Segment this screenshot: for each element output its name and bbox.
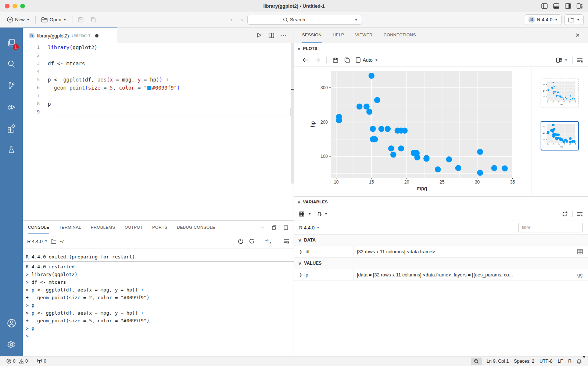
save-all-button[interactable] xyxy=(88,15,99,24)
toggle-panel-icon[interactable] xyxy=(553,3,559,9)
problems-status-button[interactable]: 0 0 xyxy=(4,356,31,366)
editor-tab[interactable]: R library(ggplot2) Untitled-1 xyxy=(23,28,117,43)
toggle-secondary-sidebar-icon[interactable] xyxy=(564,3,571,9)
run-debug-icon[interactable] xyxy=(3,97,20,116)
plots-section-header[interactable]: ∨ PLOTS xyxy=(294,43,588,54)
navigate-forward-button[interactable]: › xyxy=(237,17,247,23)
console-runtime-selector[interactable]: R 4.4.0 ▼ xyxy=(27,239,48,244)
variables-runtime-selector[interactable]: R 4.4.0 ▼ xyxy=(299,225,320,231)
save-plot-button[interactable] xyxy=(333,57,338,63)
restore-panel-icon[interactable] xyxy=(272,225,277,230)
code-line-2[interactable]: 2 xyxy=(23,51,294,59)
next-plot-button[interactable] xyxy=(314,57,320,63)
code-line-5[interactable]: 5p <- ggplot(df, aes(x = mpg, y = hp)) + xyxy=(23,76,294,84)
clear-console-button[interactable] xyxy=(283,239,289,244)
restart-console-button[interactable] xyxy=(249,238,255,244)
values-group-header[interactable]: ∨ VALUES xyxy=(294,258,588,269)
tab-ports[interactable]: PORTS xyxy=(152,221,167,234)
copy-plot-button[interactable] xyxy=(344,57,350,63)
new-button[interactable]: New ▼ xyxy=(4,15,32,24)
data-group-header[interactable]: ∨ DATA xyxy=(294,235,588,246)
search-sidebar-icon[interactable] xyxy=(3,55,20,74)
data-point xyxy=(356,104,362,109)
account-icon[interactable] xyxy=(3,314,20,333)
variable-row-p[interactable]: ❯ p [data = [32 rows x 11 columns] <data… xyxy=(294,269,588,281)
plot-sizing-policy-selector[interactable]: Auto ▼ xyxy=(356,57,378,63)
console-restart-divider xyxy=(23,261,294,262)
more-actions-button[interactable]: ⋯ xyxy=(281,32,287,39)
console-output[interactable]: R 4.4.0 exited (preparing for restart)R … xyxy=(23,248,294,356)
code-line-8[interactable]: 8p xyxy=(23,100,294,108)
navigate-back-button[interactable]: ‹ xyxy=(226,17,237,23)
minimize-window-button[interactable] xyxy=(12,4,17,8)
plot-thumbnail-1[interactable]: 101520253035100200300mpghp xyxy=(541,79,579,108)
clear-variables-button[interactable] xyxy=(577,211,583,217)
tab-problems[interactable]: PROBLEMS xyxy=(91,221,115,234)
global-search-input[interactable]: Search ▼ xyxy=(247,15,362,25)
data-point xyxy=(560,95,561,97)
code-line-9[interactable]: 9 xyxy=(23,108,294,116)
interpreter-selector[interactable]: R R 4.4.0 ▼ xyxy=(525,14,562,25)
customize-layout-icon[interactable] xyxy=(576,3,583,9)
variables-section-header[interactable]: ∨ VARIABLES xyxy=(294,197,588,207)
tab-output[interactable]: OUTPUT xyxy=(125,221,143,234)
refresh-variables-button[interactable] xyxy=(562,211,568,217)
tab-terminal[interactable]: TERMINAL xyxy=(59,221,81,234)
data-point xyxy=(570,99,571,100)
workspace-selector[interactable]: ▼ xyxy=(564,14,584,25)
modified-dot-icon[interactable] xyxy=(95,34,98,37)
encoding-button[interactable]: UTF-8 xyxy=(537,356,555,366)
chevron-right-icon[interactable]: ❯ xyxy=(299,273,302,277)
plot-history-layout-button[interactable]: ▼ xyxy=(556,57,568,63)
toggle-sidebar-icon[interactable] xyxy=(541,3,548,9)
settings-gear-icon[interactable] xyxy=(3,335,20,354)
testing-icon[interactable] xyxy=(3,140,20,159)
tab-debug-console[interactable]: DEBUG CONSOLE xyxy=(177,221,215,234)
close-panel-icon[interactable]: ✕ xyxy=(575,32,580,39)
console-line: > p xyxy=(26,325,294,332)
open-data-viewer-icon[interactable] xyxy=(572,249,588,254)
eol-button[interactable]: LF xyxy=(555,356,566,366)
zoom-window-button[interactable] xyxy=(20,4,25,8)
variables-view-mode-button[interactable]: ▼ xyxy=(299,211,311,217)
code-line-1[interactable]: 1library(ggplot2) xyxy=(23,43,294,51)
language-mode-button[interactable]: R xyxy=(566,356,574,366)
data-point xyxy=(557,95,558,96)
indentation-button[interactable]: Spaces: 2 xyxy=(511,356,537,366)
maximize-panel-icon[interactable] xyxy=(283,225,288,230)
code-line-3[interactable]: 3df <- mtcars xyxy=(23,59,294,68)
previous-plot-button[interactable] xyxy=(302,57,308,63)
notifications-bell-icon[interactable] xyxy=(574,356,584,366)
variables-filter-input[interactable] xyxy=(518,223,583,232)
save-button[interactable] xyxy=(75,15,86,24)
code-line-4[interactable]: 4 xyxy=(23,68,294,76)
color-swatch-icon[interactable] xyxy=(147,86,151,90)
run-file-button[interactable] xyxy=(257,32,262,38)
zoom-status-button[interactable] xyxy=(471,358,482,365)
cursor-position-button[interactable]: Ln 9, Col 1 xyxy=(484,356,511,366)
tab-help[interactable]: HELP xyxy=(333,28,344,43)
code-line-6[interactable]: 6 geom_point(size = 5, color = "#0099f9"… xyxy=(23,84,294,92)
plot-thumbnail-2-selected[interactable]: 101520253035100200300mpghp xyxy=(541,121,579,151)
word-wrap-button[interactable]: ab xyxy=(265,239,273,244)
source-control-icon[interactable] xyxy=(3,76,20,95)
variable-row-df[interactable]: ❯ df [32 rows x 11 columns] <data.frame> xyxy=(294,246,588,258)
close-window-button[interactable] xyxy=(5,4,10,8)
explorer-icon[interactable]: 1 xyxy=(3,33,20,52)
extensions-icon[interactable] xyxy=(3,119,20,138)
variables-sort-button[interactable]: ▼ xyxy=(317,211,328,217)
code-editor[interactable]: 1library(ggplot2)23df <- mtcars45p <- gg… xyxy=(23,43,294,220)
code-line-7[interactable]: 7 xyxy=(23,92,294,100)
tab-connections[interactable]: CONNECTIONS xyxy=(384,28,416,43)
tab-console[interactable]: CONSOLE xyxy=(28,221,49,234)
clear-all-plots-button[interactable] xyxy=(577,58,583,63)
ports-status-button[interactable]: 0 xyxy=(34,356,49,366)
tab-viewer[interactable]: VIEWER xyxy=(355,28,372,43)
minimize-panel-icon[interactable] xyxy=(260,225,265,230)
shutdown-console-button[interactable] xyxy=(238,238,244,244)
variables-session-row: R 4.4.0 ▼ xyxy=(294,221,588,235)
chevron-right-icon[interactable]: ❯ xyxy=(299,250,302,254)
tab-session[interactable]: SESSION xyxy=(302,28,322,43)
open-button[interactable]: Open ▼ xyxy=(39,15,69,24)
split-editor-button[interactable] xyxy=(269,33,274,38)
